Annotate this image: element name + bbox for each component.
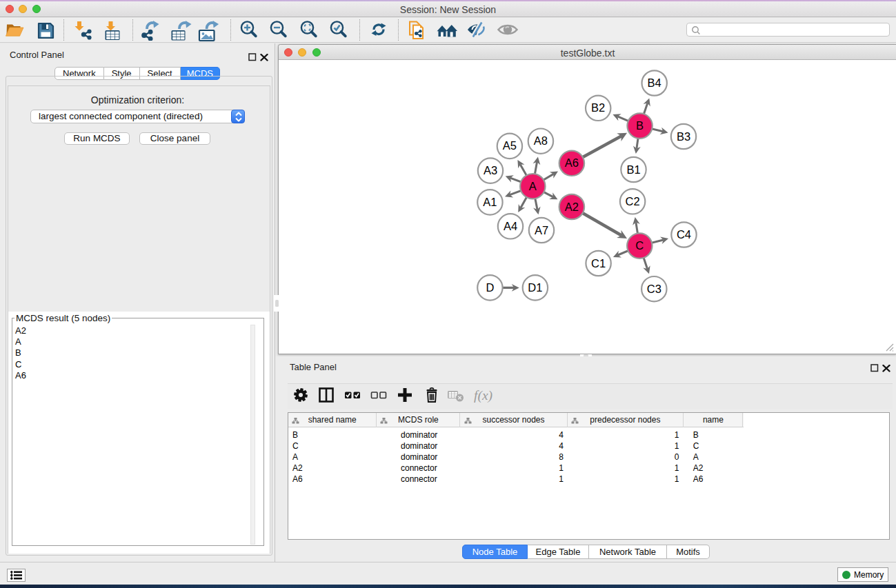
svg-text:C3: C3: [647, 283, 661, 295]
svg-text:C2: C2: [626, 195, 640, 207]
svg-text:B2: B2: [591, 101, 605, 114]
svg-text:f(x): f(x): [474, 388, 492, 403]
svg-text:A6: A6: [565, 156, 579, 169]
svg-text:C4: C4: [677, 228, 691, 241]
svg-text:C1: C1: [591, 257, 606, 270]
svg-text:B: B: [636, 119, 644, 132]
svg-text:A7: A7: [535, 224, 548, 236]
svg-text:A8: A8: [534, 134, 548, 147]
svg-text:C: C: [635, 239, 644, 252]
svg-text:D1: D1: [528, 281, 542, 294]
svg-text:A2: A2: [565, 201, 579, 213]
svg-text:B3: B3: [677, 130, 690, 143]
svg-text:A4: A4: [504, 220, 517, 232]
svg-text:A: A: [529, 180, 537, 192]
svg-text:A5: A5: [503, 139, 517, 152]
svg-text:A3: A3: [484, 164, 497, 176]
svg-text:B4: B4: [648, 77, 661, 89]
svg-text:A1: A1: [483, 196, 497, 208]
svg-text:D: D: [486, 281, 494, 294]
svg-text:B1: B1: [626, 163, 640, 176]
